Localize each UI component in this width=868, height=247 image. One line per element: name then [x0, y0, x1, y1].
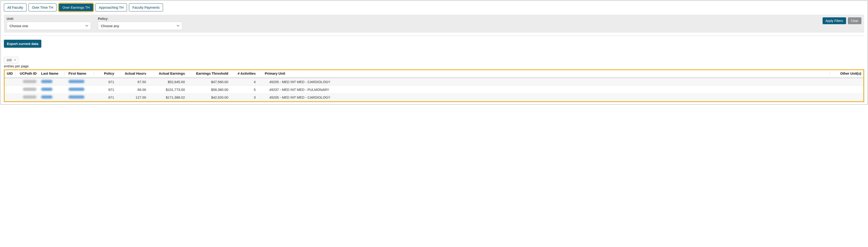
cell-actual-hours: 67.50 [116, 78, 148, 86]
cell-policy: 671 [96, 86, 116, 94]
col-policy[interactable]: Policy [96, 70, 116, 78]
sort-icon [114, 72, 116, 75]
cell-actual-hours: 69.00 [116, 86, 148, 94]
sort-icon [184, 72, 186, 75]
cell-other-units [832, 94, 863, 101]
col-label: Actual Hours [125, 71, 146, 75]
col-earnings-threshold[interactable]: Earnings Threshold [187, 70, 230, 78]
chevron-down-icon [14, 59, 16, 61]
sort-icon [861, 72, 863, 75]
apply-filters-button[interactable]: Apply Filters [823, 17, 846, 24]
data-table: UID UCPath ID Last Name First Name Polic… [5, 70, 863, 101]
table-body: 67167.50$52,645.00$47,560.00449205 - MED… [5, 78, 863, 101]
redacted-link [68, 95, 85, 99]
unit-select[interactable]: Choose one [7, 22, 91, 30]
redacted-link [68, 80, 85, 83]
sort-icon [146, 72, 148, 75]
sort-icon [228, 72, 229, 75]
col-primary-unit[interactable]: Primary Unit [258, 70, 832, 78]
page-size-row: 100 entries per page [4, 57, 864, 68]
table-row[interactable]: 67167.50$52,645.00$47,560.00449205 - MED… [5, 78, 863, 86]
col-other-units[interactable]: Other Unit(s) [832, 70, 863, 78]
cell-last-name[interactable] [39, 86, 66, 94]
redacted-value [23, 88, 36, 91]
divider [4, 35, 864, 36]
cell-actual-earnings: $101,773.00 [148, 86, 187, 94]
cell-primary-unit: 49237 - MED INT MED - PULMONARY [258, 86, 832, 94]
filter-buttons: Apply Filters Clear [823, 17, 862, 24]
unit-label: Unit: [7, 17, 91, 21]
cell-activities: 4 [230, 78, 258, 86]
cell-uid [5, 78, 17, 86]
policy-label: Policy: [98, 17, 182, 21]
cell-earnings-threshold: $58,360.00 [187, 86, 230, 94]
cell-ucpath-id [17, 86, 39, 94]
cell-activities: 3 [230, 94, 258, 101]
cell-ucpath-id [17, 94, 39, 101]
tab-faculty-payments[interactable]: Faculty Payments [129, 3, 163, 11]
chevron-down-icon [85, 25, 88, 27]
cell-actual-hours: 127.00 [116, 94, 148, 101]
cell-first-name[interactable] [66, 78, 96, 86]
table-row[interactable]: 67169.00$101,773.00$58,360.00549237 - ME… [5, 86, 863, 94]
col-label: Earnings Threshold [196, 71, 228, 75]
tab-approaching-th[interactable]: Approaching TH [95, 3, 127, 11]
cell-first-name[interactable] [66, 94, 96, 101]
cell-earnings-threshold: $47,560.00 [187, 78, 230, 86]
filter-unit-group: Unit: Choose one [7, 17, 91, 30]
entries-per-page-label: entries per page [4, 64, 864, 68]
table-header: UID UCPath ID Last Name First Name Polic… [5, 70, 863, 78]
page-container: All Faculty Over Time TH Over Earnings T… [0, 0, 868, 104]
col-label: Last Name [41, 71, 58, 75]
cell-actual-earnings: $52,645.00 [148, 78, 187, 86]
unit-select-value: Choose one [9, 24, 28, 28]
tab-over-earnings-th[interactable]: Over Earnings TH [59, 4, 93, 11]
col-actual-hours[interactable]: Actual Hours [116, 70, 148, 78]
cell-other-units [832, 78, 863, 86]
col-label: Primary Unit [265, 71, 285, 75]
cell-first-name[interactable] [66, 86, 96, 94]
policy-select[interactable]: Choose any [98, 22, 182, 30]
col-label: # Activities [238, 71, 256, 75]
filter-policy-group: Policy: Choose any [98, 17, 182, 30]
sort-asc-icon [36, 72, 38, 75]
col-ucpath-id[interactable]: UCPath ID [17, 70, 39, 78]
cell-uid [5, 94, 17, 101]
col-label: UID [7, 71, 13, 75]
cell-policy: 671 [96, 94, 116, 101]
export-button[interactable]: Export current data [4, 40, 41, 48]
tab-highlight: Over Earnings TH [59, 3, 93, 11]
page-size-select[interactable]: 100 [4, 57, 18, 63]
redacted-link [41, 80, 53, 83]
tab-row: All Faculty Over Time TH Over Earnings T… [4, 3, 864, 11]
cell-other-units [832, 86, 863, 94]
cell-earnings-threshold: $42,920.00 [187, 94, 230, 101]
tab-all-faculty[interactable]: All Faculty [4, 3, 27, 11]
cell-activities: 5 [230, 86, 258, 94]
cell-policy: 671 [96, 78, 116, 86]
table-highlight: UID UCPath ID Last Name First Name Polic… [4, 69, 864, 102]
col-label: First Name [68, 71, 86, 75]
cell-last-name[interactable] [39, 94, 66, 101]
sort-icon [829, 72, 831, 75]
col-actual-earnings[interactable]: Actual Earnings [148, 70, 187, 78]
col-first-name[interactable]: First Name [66, 70, 96, 78]
col-uid[interactable]: UID [5, 70, 17, 78]
redacted-link [41, 95, 53, 99]
col-label: Other Unit(s) [840, 71, 861, 75]
cell-last-name[interactable] [39, 78, 66, 86]
clear-button[interactable]: Clear [848, 17, 861, 24]
chevron-down-icon [177, 25, 179, 27]
redacted-value [23, 80, 36, 83]
col-label: Policy [104, 71, 114, 75]
sort-icon [14, 72, 16, 75]
col-label: Actual Earnings [159, 71, 185, 75]
tab-over-time-th[interactable]: Over Time TH [29, 3, 57, 11]
policy-select-value: Choose any [101, 24, 119, 28]
table-row[interactable]: 671127.00$171,388.02$42,920.00349205 - M… [5, 94, 863, 101]
col-activities[interactable]: # Activities [230, 70, 258, 78]
cell-actual-earnings: $171,388.02 [148, 94, 187, 101]
sort-icon [93, 72, 95, 75]
col-last-name[interactable]: Last Name [39, 70, 66, 78]
sort-icon [255, 72, 257, 75]
